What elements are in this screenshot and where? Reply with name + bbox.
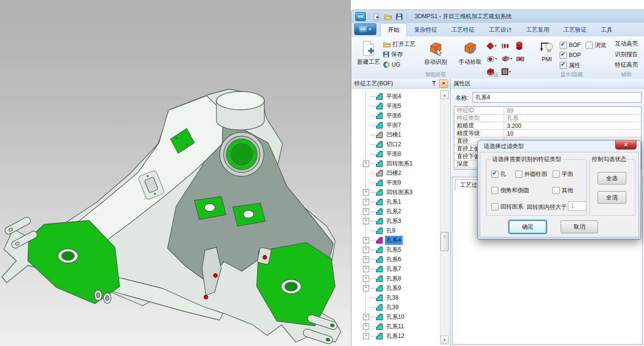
scroll-up-icon[interactable]: ▲ [441,91,449,99]
expander-icon[interactable]: + [363,208,369,215]
aux-link-互动高亮[interactable]: 互动高亮 [612,38,641,49]
dialog-checkbox-平面[interactable]: 平面 [553,169,573,179]
tree-item-孔系11[interactable]: +孔系11 [351,322,414,331]
name-input[interactable]: 孔系4 [473,92,642,103]
tree-item-孔系3[interactable]: +孔系3 [351,216,414,226]
tree-item-孔系12[interactable]: +孔系12 [351,331,414,341]
auto-recognize-button[interactable]: 自动识别 [421,38,450,68]
dialog-checkbox-外圆柱面[interactable]: 外圆柱面 [515,169,553,179]
tree-item-平面6[interactable]: +平面6 [351,111,414,120]
tree-item-孔系1[interactable]: +孔系1 [351,197,414,207]
expander-icon[interactable]: + [363,161,369,167]
scrollbar-thumb[interactable]: ≡ [441,232,449,251]
tree-item-孔系4[interactable]: +孔系4 [351,235,414,245]
expander-icon[interactable]: + [363,237,369,243]
red-cylinder-icon[interactable] [516,39,531,52]
browse-checkbox[interactable]: 浏览 [586,40,606,50]
pmi-button[interactable]: PMI [537,38,557,65]
property-key: 粗糙度 [454,122,504,129]
tree-item-孔39[interactable]: +孔39 [351,302,414,312]
dialog-checkbox-其他[interactable]: 其他 [553,185,573,195]
expander-icon[interactable]: + [363,314,369,320]
property-row-特征类型[interactable]: 特征类型孔系 [454,115,641,122]
property-row-特征ID[interactable]: 特征ID69 [454,107,641,115]
expander-icon[interactable]: + [363,256,369,263]
tree-scrollbar[interactable]: ▲ ≡ ▼ [440,90,449,345]
save-button[interactable]: 保存 [383,49,416,59]
tree-item-回转面系1[interactable]: +回转面系1 [351,159,414,168]
属性-checkbox[interactable]: 属性 [560,60,580,70]
diameter-input[interactable]: 1 [568,201,587,211]
open-process-button[interactable]: 打开工艺 [383,39,416,49]
tree-line [371,96,375,97]
tree-item-平面7[interactable]: +平面7 [351,120,414,130]
tree-item-孔系8[interactable]: +孔系8 [351,274,414,283]
tree-item-平面4[interactable]: +平面4 [351,92,414,101]
manual-pick-button[interactable]: 手动拾取 [456,38,485,68]
red-wedge-icon[interactable]: ▾ [501,52,516,65]
tree-item-平面5[interactable]: +平面5 [351,101,414,111]
tree-item-孔38[interactable]: +孔38 [351,293,414,302]
tab-复杂特征[interactable]: 复杂特征 [407,23,444,36]
tab-工艺设计[interactable]: 工艺设计 [482,23,519,36]
expander-icon[interactable]: + [363,266,369,272]
tree-item-孔9[interactable]: +孔9 [351,226,414,235]
tree-item-凹槽2[interactable]: +凹槽2 [351,168,414,178]
tab-工艺复用[interactable]: 工艺复用 [519,23,556,36]
tree-item-孔系7[interactable]: +孔系7 [351,264,414,274]
cancel-button[interactable]: 取消 [561,220,598,233]
expander-icon[interactable]: + [363,218,369,224]
clear-all-button[interactable]: 全清 [598,191,626,204]
expander-icon[interactable]: + [363,189,369,196]
expander-icon[interactable]: + [363,199,369,205]
scroll-down-icon[interactable]: ▼ [441,335,449,344]
3d-viewport[interactable] [0,0,351,346]
new-process-button[interactable]: 新建工艺 [354,38,383,68]
tree-line [371,288,375,288]
expander-icon[interactable]: + [363,276,369,282]
expander-icon[interactable]: + [363,323,369,330]
tab-工具[interactable]: 工具 [594,23,620,36]
title-bar[interactable]: KM 3DMPS1 - 开目三维机加工艺规划系统 [351,10,644,23]
red-diamond-icon[interactable]: ▾ [486,39,501,52]
tree-item-切口2[interactable]: +切口2 [351,139,414,149]
tree-item-平面8[interactable]: +平面8 [351,149,414,159]
dialog-checkbox-倒角和倒圆[interactable]: 倒角和倒圆 [491,185,553,195]
aux-link-识别报告[interactable]: 识别报告 [612,49,641,59]
tree-item-凹槽1[interactable]: +凹槽1 [351,130,414,139]
dialog-checkbox-回转面系[interactable]: 回转面系 [491,202,523,211]
open-folder-icon[interactable] [384,12,392,21]
tree-item-平面9[interactable]: +平面9 [351,178,414,187]
select-all-button[interactable]: 全选 [598,172,626,185]
property-row-粗糙度[interactable]: 粗糙度3.200 [454,122,641,130]
tree-items: +平面4+平面5+平面6+平面7+凹槽1+切口2+平面8+回转面系1+凹槽2+平… [351,92,414,341]
red-blocks-icon[interactable] [516,52,531,65]
ok-button[interactable]: 确定 [509,220,546,233]
dialog-checkbox-孔[interactable]: 孔 [491,169,515,179]
new-doc-icon[interactable] [372,12,381,21]
expander-icon[interactable]: + [363,333,369,339]
tree-item-孔系5[interactable]: +孔系5 [351,245,414,254]
tree-item-孔系9[interactable]: +孔系9 [351,283,414,293]
cube-hole-icon[interactable]: ▾ [486,52,501,65]
bof-checkbox[interactable]: BOF [560,40,581,50]
app-menu-button[interactable]: KM▼ [354,23,376,35]
dialog-close-icon[interactable]: ✕ [615,140,636,150]
expander-icon[interactable]: + [363,247,369,253]
property-row-精度等级[interactable]: 精度等级10 [454,130,641,138]
tree-item-孔系6[interactable]: +孔系6 [351,254,414,264]
bop-checkbox[interactable]: BOP [560,50,581,60]
pin-icon[interactable] [430,80,438,87]
tree-item-回转面系3[interactable]: +回转面系3 [351,187,414,197]
tab-开始[interactable]: 开始 [380,23,407,36]
red-bars-icon[interactable] [501,39,516,52]
ug-button[interactable]: UG [383,59,416,69]
tree-item-孔系2[interactable]: +孔系2 [351,207,414,216]
expander-icon[interactable]: + [363,285,369,291]
aux-link-特征高亮[interactable]: 特征高亮 [612,59,641,70]
tab-工艺特征[interactable]: 工艺特征 [444,23,482,36]
close-icon[interactable]: ✕ [439,80,448,88]
save-icon[interactable] [395,12,404,21]
tree-item-孔系10[interactable]: +孔系10 [351,312,414,322]
tab-工艺验证[interactable]: 工艺验证 [556,23,594,36]
